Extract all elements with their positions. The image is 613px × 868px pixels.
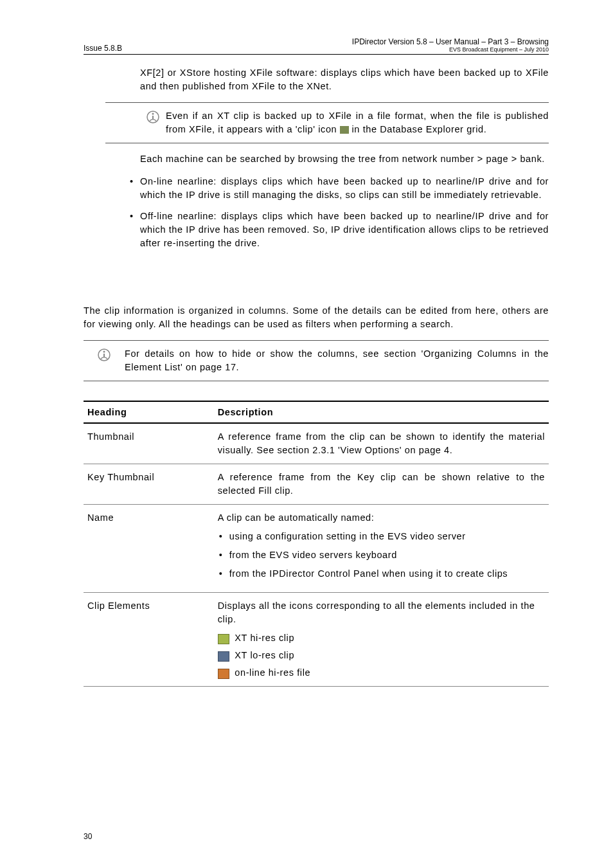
table-row: Thumbnail A reference frame from the cli… <box>84 423 549 464</box>
cell-description: A clip can be automatically named: using… <box>214 505 549 593</box>
note1-part-b: in the Database Explorer grid. <box>349 124 486 134</box>
paragraph-clip-info: The clip information is organized in col… <box>84 304 549 331</box>
online-hires-icon <box>218 669 229 679</box>
page-header: Issue 5.8.B IPDirector Version 5.8 – Use… <box>84 37 549 55</box>
clip-icon <box>340 126 349 134</box>
cell-heading: Thumbnail <box>84 423 214 464</box>
note-text-1: Even if an XT clip is backed up to XFile… <box>166 109 549 136</box>
svg-point-4 <box>103 351 105 353</box>
svg-rect-5 <box>103 354 105 357</box>
note-text-2: For details on how to hide or show the c… <box>125 347 549 374</box>
elem-online: on-line hi-res file <box>232 667 310 678</box>
cell-description: Displays all the icons corresponding to … <box>214 593 549 687</box>
name-opt-3: from the IPDirector Control Panel when u… <box>218 567 545 581</box>
elements-intro: Displays all the icons corresponding to … <box>218 599 545 626</box>
col-description: Description <box>214 401 549 423</box>
nearline-list: On-line nearline: displays clips which h… <box>127 175 549 250</box>
note-icon <box>84 347 125 365</box>
page-number: 30 <box>84 832 92 841</box>
list-item-online: On-line nearline: displays clips which h… <box>127 175 549 202</box>
col-heading: Heading <box>84 401 214 423</box>
table-row: Key Thumbnail A reference frame from the… <box>84 464 549 505</box>
cell-heading: Name <box>84 505 214 593</box>
xt-hires-icon <box>218 634 229 644</box>
cell-heading: Key Thumbnail <box>84 464 214 505</box>
list-item-offline: Off-line nearline: displays clips which … <box>127 210 549 250</box>
name-opt-2: from the EVS video servers keyboard <box>218 548 545 562</box>
name-opt-1: using a configuration setting in the EVS… <box>218 530 545 543</box>
name-intro: A clip can be automatically named: <box>218 512 375 523</box>
doc-subtitle: EVS Broadcast Equipment – July 2010 <box>352 46 549 53</box>
issue-label: Issue 5.8.B <box>84 44 122 53</box>
note-icon <box>140 109 166 127</box>
doc-title: IPDirector Version 5.8 – User Manual – P… <box>352 37 549 46</box>
cell-description: A reference frame from the clip can be s… <box>214 423 549 464</box>
table-row: Name A clip can be automatically named: … <box>84 505 549 593</box>
elem-hires: XT hi-res clip <box>232 633 294 643</box>
note-box-2: For details on how to hide or show the c… <box>84 340 549 381</box>
svg-rect-2 <box>152 116 154 120</box>
cell-heading: Clip Elements <box>84 593 214 687</box>
elem-lores: XT lo-res clip <box>232 650 294 660</box>
svg-point-1 <box>152 113 154 115</box>
paragraph-each-machine: Each machine can be searched by browsing… <box>140 152 549 166</box>
paragraph-xf: XF[2] or XStore hosting XFile software: … <box>140 66 549 93</box>
xt-lores-icon <box>218 651 229 662</box>
cell-description: A reference frame from the Key clip can … <box>214 464 549 505</box>
header-right: IPDirector Version 5.8 – User Manual – P… <box>352 37 549 53</box>
table-row: Clip Elements Displays all the icons cor… <box>84 593 549 687</box>
headings-table: Heading Description Thumbnail A referenc… <box>84 401 549 687</box>
note-box-1: Even if an XT clip is backed up to XFile… <box>105 102 549 143</box>
